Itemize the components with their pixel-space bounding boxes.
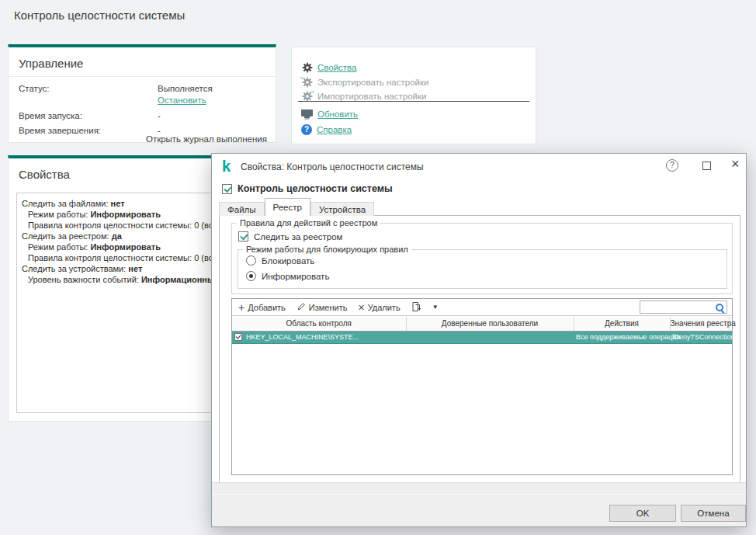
registry-rules-group-title: Правила для действий с реестром [237,218,380,228]
rules-table: Область контроляДоверенные пользователиД… [232,317,732,344]
monitor-icon [301,109,313,120]
edit-rule-label: Изменить [309,303,348,312]
search-input[interactable] [640,301,727,313]
component-enabled-checkbox-row: Контроль целостности системы [222,183,393,194]
panel-divider [9,76,276,77]
action-help[interactable]: ? Справка [301,123,352,136]
watch-registry-checkbox-row: Следить за реестром [238,231,343,241]
radio-block[interactable] [246,255,256,266]
rules-toolbar: + Добавить Изменить × Удалить ▼ [232,299,732,316]
apply-rules-button[interactable] [411,301,421,314]
action-properties[interactable]: Свойства [301,61,357,74]
registry-rules-group: Правила для действий с реестром Следить … [231,223,733,294]
properties-panel-title: Свойства [19,168,70,181]
start-time-label: Время запуска: [19,111,82,120]
table-row[interactable]: HKEY_LOCAL_MACHINE\SYSTE...Все поддержив… [232,331,732,343]
cancel-button[interactable]: Отмена [681,505,746,522]
dropdown-caret-icon[interactable]: ▼ [432,304,439,311]
rules-table-header: Область контроляДоверенные пользователиД… [232,317,732,331]
delete-rule-label: Удалить [368,303,401,312]
properties-link[interactable]: Свойства [317,63,357,72]
status-label: Статус: [19,84,50,93]
mode-option-block[interactable]: Блокировать [246,255,314,266]
watch-registry-checkbox[interactable] [238,231,248,241]
x-icon: × [358,302,364,313]
table-cell [406,331,574,343]
blocking-mode-group: Режим работы для блокирующих правил Блок… [238,249,727,289]
help-icon: ? [301,124,312,135]
footer-hairline [212,494,746,495]
component-enabled-checkbox[interactable] [222,184,232,194]
edit-rule-button[interactable]: Изменить [297,302,348,313]
plus-icon: + [238,302,244,313]
dialog-tabs: ФайлыРеестрУстройства [219,198,374,216]
column-header[interactable]: Доверенные пользователи [406,317,574,331]
status-value: Выполняется [158,84,213,93]
registry-tab-page: Правила для действий с реестром Следить … [219,215,740,483]
search-box [640,301,727,314]
blocking-mode-group-title: Режим работы для блокирующих правил [243,245,411,254]
action-export-settings[interactable]: ← Экспортировать настройки [301,76,428,89]
mode-option-inform[interactable]: Информировать [246,271,329,281]
actions-panel: Свойства ← Экспортировать настройки → Им… [291,47,536,144]
export-arrow-icon: ← [299,74,306,81]
add-rule-label: Добавить [248,303,286,312]
dialog-footer: OK Отмена [212,482,746,526]
dialog-close-button[interactable]: × [731,156,740,172]
rules-grid: + Добавить Изменить × Удалить ▼ [231,298,733,475]
ok-button[interactable]: OK [609,505,676,522]
export-settings-link[interactable]: Экспортировать настройки [317,78,428,87]
end-time-label: Время завершения: [19,126,101,135]
dialog-title: Свойства: Контроль целостности системы [241,162,424,172]
management-panel-title: Управление [19,57,83,70]
properties-dialog: k Свойства: Контроль целостности системы… [211,153,747,527]
delete-rule-button[interactable]: × Удалить [358,302,400,313]
gear-icon [301,62,313,74]
rules-table-body: HKEY_LOCAL_MACHINE\SYSTE...Все поддержив… [232,331,732,343]
management-panel: Управление Статус: Выполняется Остановит… [8,44,276,143]
kaspersky-logo-icon: k [222,158,231,175]
tab-devices[interactable]: Устройства [310,202,374,216]
radio-label: Блокировать [262,256,314,266]
column-header[interactable]: Значения реестра [670,317,729,331]
actions-separator [298,101,529,102]
start-time-value: - [158,111,161,120]
tab-registry[interactable]: Реестр [265,198,310,216]
open-journal-link[interactable]: Открыть журнал выполнения [146,134,267,144]
action-refresh[interactable]: Обновить [301,108,358,120]
document-arrow-icon [411,301,421,314]
help-link[interactable]: Справка [317,125,352,134]
table-cell: fDenyTSConnections [670,331,729,343]
tab-files[interactable]: Файлы [219,202,265,216]
import-settings-link[interactable]: Импортировать настройки [317,92,426,101]
page-title: Контроль целостности системы [14,9,185,22]
table-cell: HKEY_LOCAL_MACHINE\SYSTE... [232,331,406,343]
component-checkbox-label: Контроль целостности системы [238,183,393,194]
column-header[interactable]: Действия [574,317,670,331]
import-arrow-icon: → [308,88,315,95]
watch-registry-label: Следить за реестром [254,232,343,241]
dialog-help-button[interactable]: ? [666,159,678,172]
stop-link[interactable]: Остановить [158,96,206,105]
radio-label: Информировать [262,272,329,281]
column-header[interactable]: Область контроля [232,317,406,331]
radio-inform[interactable] [246,271,256,281]
pencil-icon [297,302,306,313]
add-rule-button[interactable]: + Добавить [238,302,286,313]
table-cell: Все поддерживаемые операции [574,331,670,343]
row-checkbox[interactable] [234,333,242,341]
refresh-link[interactable]: Обновить [317,109,358,119]
dialog-maximize-button[interactable] [702,162,711,170]
